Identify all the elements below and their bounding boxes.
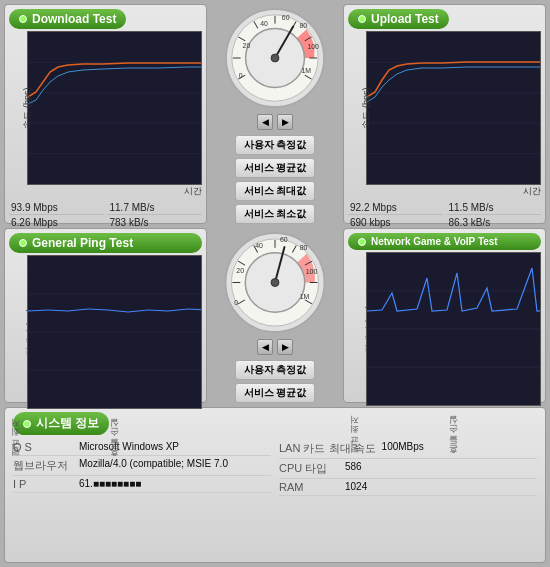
sysinfo-left: O S Microsoft Windows XP 웹브라우저 Mozilla/4… [13,439,271,496]
ping-title: General Ping Test [32,236,133,250]
voip-graph-svg [367,253,540,405]
voip-label-min: 최저 [348,422,361,440]
ping-gauge-arrows: ◀ ▶ [257,339,293,355]
sysinfo-key-ram: RAM [279,481,339,493]
right-arrow-btn[interactable]: ▶ [277,114,293,130]
upload-graph-container: 속도 (bps) [348,31,541,185]
sysinfo-key-lan: LAN 카드 최대 속도 [279,441,376,456]
sysinfo-right: LAN 카드 최대 속도 100MBps CPU 타입 586 RAM 1024 [279,439,537,496]
meas-label-1: 사용자 측정값 [235,135,316,155]
sysinfo-dot [23,420,31,428]
upload-y-label: 속도 (bps) [360,87,373,128]
gauge-arrows: ◀ ▶ [257,114,293,130]
download-graph-svg [28,32,201,184]
svg-text:20: 20 [236,267,244,274]
sysinfo-val-cpu: 586 [345,461,362,476]
center-gauge: 0 20 40 60 80 100 1M ◀ ▶ 사용자 측정값 서비스 평균값… [210,4,340,224]
upload-dot [358,15,366,23]
upload-x-label: 시간 [366,185,541,198]
svg-text:0: 0 [234,299,238,306]
upload-graph-svg [367,32,540,184]
ul-stat-0-1: 11.5 MB/s [447,201,542,215]
center-ping-gauge: 0 20 40 60 80 100 1M ◀ ▶ 사용자 측정값 서비스 평균값 [210,228,340,403]
voip-graph [366,252,541,406]
svg-text:100: 100 [307,43,319,50]
sysinfo-val-browser: Mozilla/4.0 (compatible; MSIE 7.0 [79,458,228,473]
sysinfo-row-ip: I P 61.■■■■■■■■ [13,476,271,493]
meas-label-3: 서비스 최대값 [235,181,316,201]
ping-label-avg: 평균 [9,445,22,463]
upload-panel: Upload Test 속도 (bps) 시간 [343,4,546,224]
upload-header: Upload Test [348,9,449,29]
upload-header-row: Upload Test [348,9,541,29]
ping-label-jitter: 흔들 [108,445,121,463]
ping-left-arrow[interactable]: ◀ [257,339,273,355]
download-y-label: 속도 (bps) [21,87,34,128]
dl-stat-0-0: 93.9 Mbps [9,201,104,215]
sysinfo-val-lan: 100MBps [382,441,424,456]
sysinfo-row-browser: 웹브라우저 Mozilla/4.0 (compatible; MSIE 7.0 [13,456,271,476]
svg-text:80: 80 [300,244,308,251]
ping-meas-label-1: 사용자 측정값 [235,360,316,380]
svg-text:80: 80 [300,22,308,29]
download-panel: Download Test 속도 (bps) [4,4,207,224]
sysinfo-row-ram: RAM 1024 [279,479,537,496]
download-x-label: 시간 [27,185,202,198]
svg-text:60: 60 [280,236,288,243]
svg-text:40: 40 [255,242,263,249]
main-container: Download Test 속도 (bps) [0,0,550,567]
sysinfo-val-ram: 1024 [345,481,367,493]
download-header-row: Download Test [9,9,202,29]
ping-label-min: 최저 [9,425,22,443]
voip-header: Network Game & VoIP Test [348,233,541,250]
ping-graph [27,255,202,409]
download-dot [19,15,27,23]
sysinfo-title-badge: 시스템 정보 [13,412,109,435]
svg-text:100: 100 [306,268,318,275]
upload-title: Upload Test [371,12,439,26]
download-header: Download Test [9,9,126,29]
sysinfo-row-lan: LAN 카드 최대 속도 100MBps [279,439,537,459]
gauge-svg: 0 20 40 60 80 100 1M [220,4,330,112]
ul-stat-0-0: 92.2 Mbps [348,201,443,215]
svg-text:1M: 1M [300,293,310,300]
sysinfo-key-os: O S [13,441,73,453]
ping-dot [19,239,27,247]
sysinfo-key-browser: 웹브라우저 [13,458,73,473]
sysinfo-panel: 시스템 정보 O S Microsoft Windows XP 웹브라우저 Mo… [4,407,546,563]
sysinfo-key-ip: I P [13,478,73,490]
sysinfo-row-os: O S Microsoft Windows XP [13,439,271,456]
meas-label-4: 서비스 최소값 [235,204,316,224]
ping-header: General Ping Test [9,233,202,253]
ping-gauge-svg: 0 20 40 60 80 100 1M [220,228,330,337]
svg-text:20: 20 [243,42,251,49]
measurement-labels: 사용자 측정값 서비스 평균값 서비스 최대값 서비스 최소값 [235,135,316,224]
svg-point-45 [271,279,279,287]
ping-label-loss: 손실 [108,425,121,443]
sysinfo-val-os: Microsoft Windows XP [79,441,179,453]
svg-text:40: 40 [260,20,268,27]
top-row: Download Test 속도 (bps) [4,4,546,224]
ping-graph-container: 딜레이 (ms) [9,255,202,409]
voip-dot [358,238,366,246]
ping-measurement-labels: 사용자 측정값 서비스 평균값 [235,360,316,403]
download-graph [27,31,202,185]
svg-text:1M: 1M [302,67,312,74]
svg-text:0: 0 [239,72,243,79]
sysinfo-title: 시스템 정보 [36,415,99,432]
sysinfo-key-cpu: CPU 타입 [279,461,339,476]
ping-right-arrow[interactable]: ▶ [277,339,293,355]
middle-row: General Ping Test 딜레이 (ms) 시간 최저 [4,228,546,403]
ping-graph-svg [28,256,201,408]
voip-label-jitter: 흔들 [447,442,460,460]
left-arrow-btn[interactable]: ◀ [257,114,273,130]
ping-meas-label-2: 서비스 평균값 [235,383,316,403]
meas-label-2: 서비스 평균값 [235,158,316,178]
download-graph-container: 속도 (bps) [9,31,202,185]
voip-label-loss: 손실 [447,422,460,440]
sysinfo-val-ip: 61.■■■■■■■■ [79,478,141,490]
svg-text:60: 60 [282,14,290,21]
voip-graph-container: 딜레이 (ms) [348,252,541,406]
voip-panel: Network Game & VoIP Test 딜레이 (ms) 시간 최저 [343,228,546,403]
ping-panel: General Ping Test 딜레이 (ms) 시간 최저 [4,228,207,403]
